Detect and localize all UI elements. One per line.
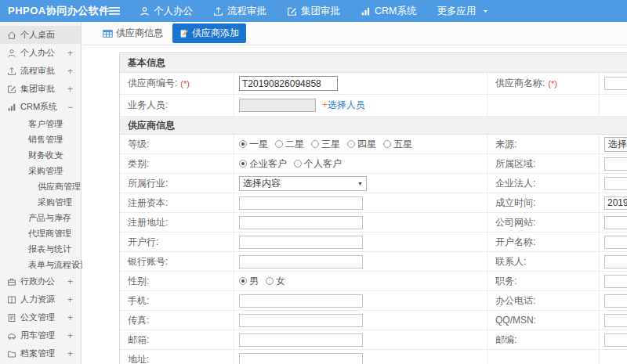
form-row: 供应商编号:(*) 供应商名称:(*) (120, 73, 627, 95)
position-input[interactable] (604, 275, 627, 288)
sidebar-item-personal-desktop[interactable]: 个人桌面 (0, 26, 81, 44)
fax-input[interactable] (239, 314, 363, 327)
sidebar-item-product-inventory[interactable]: 产品与库存 + (0, 210, 81, 225)
region-input[interactable] (604, 157, 627, 171)
sidebar-item-supplier-mgmt[interactable]: 供应商管理 (0, 178, 81, 194)
gender-option-female[interactable]: 女 (266, 275, 285, 288)
founded-date-input[interactable] (604, 196, 627, 210)
office-phone-input[interactable] (604, 294, 627, 308)
position-label: 职务: (487, 272, 599, 290)
briefcase-icon (7, 277, 16, 288)
account-no-input[interactable] (239, 255, 363, 268)
sidebar-item-customer-mgmt[interactable]: 客户管理 + (0, 116, 81, 132)
level-option-5star[interactable]: 五星 (383, 138, 412, 151)
category-option-personal[interactable]: 个人客户 (294, 157, 342, 171)
qq-msn-input[interactable] (604, 314, 627, 327)
mobile-label: 手机: (120, 291, 234, 310)
form-row: 传真: QQ/MSN: (120, 311, 627, 330)
category-option-enterprise[interactable]: 企业客户 (239, 157, 287, 171)
hamburger-icon[interactable] (108, 5, 121, 16)
radio-checked-icon (239, 140, 247, 148)
caret-down-icon (480, 8, 489, 15)
chart-icon (361, 6, 371, 16)
sidebar-item-finance[interactable]: 财务收支 + (0, 147, 81, 163)
required-marker: (*) (180, 79, 190, 88)
nav-personal-office[interactable]: 个人办公 (140, 5, 193, 18)
region-label: 所属区域: (487, 154, 599, 173)
source-select[interactable]: 选择内容▼ (604, 137, 627, 152)
bank-input[interactable] (239, 236, 363, 249)
legal-person-input[interactable] (604, 177, 627, 190)
sidebar-item-reports-stats[interactable]: 报表与统计 (0, 241, 81, 257)
account-name-input[interactable] (604, 236, 627, 249)
sidebar-item-crm-system[interactable]: CRM系统 − (0, 98, 81, 116)
supplier-name-input[interactable] (604, 77, 627, 90)
sidebar-item-vehicle-mgmt[interactable]: 用车管理 + (0, 326, 81, 344)
sidebar-item-hr[interactable]: 人力资源 + (0, 290, 81, 308)
nav-label: 集团审批 (301, 5, 340, 18)
contact-input[interactable] (604, 255, 627, 268)
level-radio-group: 一星 二星 三星 四星 五星 (234, 135, 487, 153)
sidebar-item-personal-office[interactable]: 个人办公 + (0, 44, 81, 62)
capital-input[interactable] (239, 196, 363, 210)
gender-option-male[interactable]: 男 (239, 275, 259, 288)
zip-input[interactable] (604, 333, 627, 347)
address-input[interactable] (239, 353, 363, 364)
main-content: 基本信息 供应商编号:(*) 供应商名称:(*) 业务人员: +选择人员 (82, 46, 627, 364)
email-input[interactable] (239, 333, 363, 347)
level-option-4star[interactable]: 四星 (347, 138, 376, 151)
person-icon (140, 6, 150, 16)
account-no-label: 银行账号: (120, 252, 234, 271)
add-edit-icon (179, 29, 189, 38)
sidebar-item-purchase-mgmt[interactable]: 采购管理 − (0, 163, 81, 178)
sidebar-item-form-flow-settings[interactable]: 表单与流程设置 + (0, 257, 81, 272)
industry-select[interactable]: 选择内容▼ (239, 176, 367, 191)
sidebar-item-group-approval[interactable]: 集团审批 + (0, 80, 81, 98)
contact-label: 联系人: (487, 252, 599, 271)
source-label: 来源: (487, 135, 599, 153)
radio-icon (347, 140, 355, 148)
staff-input[interactable] (239, 99, 316, 112)
form-row: 邮箱: 邮编: (120, 330, 627, 350)
founded-label: 成立时间: (487, 193, 599, 212)
form-row: 性别: 男 女 职务: (120, 272, 627, 291)
sidebar-item-admin-office[interactable]: 行政办公 + (0, 272, 81, 290)
nav-crm-system[interactable]: CRM系统 (361, 5, 416, 18)
tab-supplier-add[interactable]: 供应商添加 (172, 23, 246, 43)
nav-label: 流程审批 (227, 5, 266, 18)
sidebar: 个人桌面 个人办公 + 流程审批 + 集团审批 + CRM系统 − 客户管理 +… (0, 22, 82, 364)
form-row: 开户行: 开户名称: (120, 232, 627, 252)
sidebar-item-sales-mgmt[interactable]: 销售管理 + (0, 132, 81, 147)
radio-checked-icon (239, 277, 247, 285)
sidebar-item-workflow-approval[interactable]: 流程审批 + (0, 62, 81, 80)
level-option-1star[interactable]: 一星 (239, 138, 268, 151)
reg-address-input[interactable] (239, 216, 363, 229)
nav-label: 个人办公 (154, 5, 193, 18)
nav-group-approval[interactable]: 集团审批 (287, 5, 340, 18)
sidebar-item-archive-mgmt[interactable]: 档案管理 + (0, 344, 81, 362)
zip-label: 邮编: (487, 330, 599, 349)
supplier-code-input[interactable] (239, 76, 338, 91)
radio-checked-icon (239, 160, 247, 168)
nav-label: 更多应用 (437, 5, 476, 18)
mobile-input[interactable] (239, 294, 363, 308)
level-option-2star[interactable]: 二星 (275, 138, 304, 151)
choose-staff-link[interactable]: +选择人员 (322, 99, 365, 112)
level-label: 等级: (120, 135, 234, 153)
gender-label: 性别: (120, 272, 234, 290)
nav-workflow-approval[interactable]: 流程审批 (213, 5, 266, 18)
nav-more-apps[interactable]: 更多应用 (437, 5, 489, 18)
sidebar-item-agent-mgmt[interactable]: 代理商管理 + (0, 225, 81, 241)
form-row: 银行账号: 联系人: (120, 252, 627, 272)
website-input[interactable] (604, 216, 627, 229)
radio-icon (266, 277, 274, 285)
section-header-basic-info: 基本信息 (120, 53, 627, 73)
tab-label: 供应商添加 (192, 27, 239, 40)
topbar: PHPOA协同办公软件 个人办公 流程审批 集团审批 CRM系统 更多应用 (0, 0, 627, 22)
sidebar-item-purchase-sub[interactable]: 采购管理 (0, 194, 81, 210)
sidebar-item-document-mgmt[interactable]: 公文管理 + (0, 308, 81, 326)
account-name-label: 开户名称: (487, 232, 599, 251)
tab-supplier-info[interactable]: 供应商信息 (103, 27, 163, 40)
office-phone-label: 办公电话: (487, 291, 599, 310)
level-option-3star[interactable]: 三星 (311, 138, 340, 151)
